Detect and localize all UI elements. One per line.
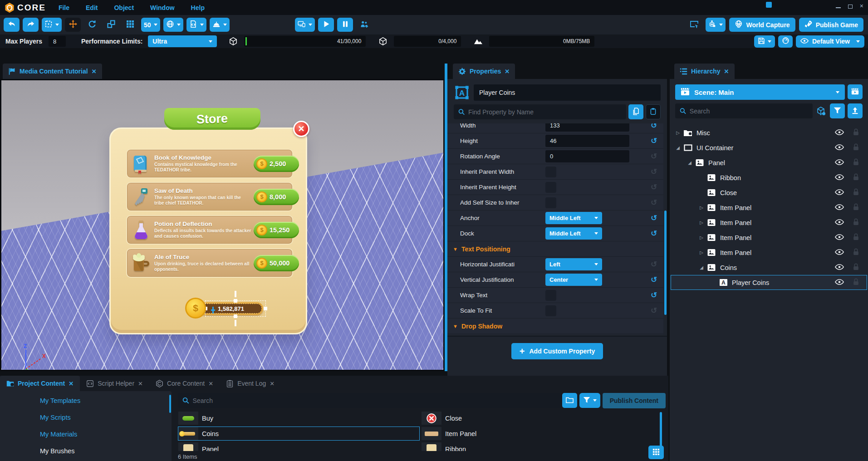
tab-hierarchy[interactable]: Hierarchy ✕ (674, 64, 735, 79)
hierarchy-node-item-panel[interactable]: ▷Item Panel (671, 200, 867, 215)
close-tab-icon[interactable]: ✕ (69, 380, 74, 387)
reset-property-icon[interactable]: ↻ (651, 198, 657, 207)
lock-icon[interactable] (853, 263, 860, 272)
lock-icon[interactable] (853, 233, 860, 242)
scene-manager-button[interactable] (848, 84, 863, 99)
grid-view-button[interactable] (648, 446, 664, 459)
visibility-eye-icon[interactable] (835, 279, 846, 286)
reset-property-icon[interactable]: ↻ (651, 152, 657, 161)
selection-handle[interactable] (234, 314, 237, 318)
world-capture-button[interactable]: World Capture (729, 18, 795, 32)
tab-script-helper[interactable]: Script Helper✕ (80, 376, 149, 391)
performance-limits-dropdown[interactable]: Ultra (148, 35, 217, 47)
properties-scrollbar[interactable] (664, 211, 667, 315)
section-header-drop-shadow[interactable]: ▼Drop Shadow (447, 319, 663, 334)
visibility-eye-icon[interactable] (835, 174, 846, 181)
visibility-eye-icon[interactable] (835, 234, 846, 241)
store-item-4[interactable]: Ale of TruceUpon drinking, truce is decl… (126, 248, 293, 278)
store-item-price-button[interactable]: $2,500 (254, 156, 299, 172)
scale-tool-button[interactable] (103, 18, 119, 32)
hierarchy-node-item-panel[interactable]: ▷Item Panel (671, 215, 867, 230)
group-select-cube-icon[interactable] (816, 107, 826, 116)
multiplayer-preview-button[interactable] (356, 18, 372, 32)
sidebar-item-my-scripts[interactable]: My Scripts (0, 408, 172, 425)
visibility-eye-icon[interactable] (835, 144, 846, 152)
world-settings-dropdown[interactable] (163, 18, 183, 32)
terrain-dropdown[interactable] (210, 18, 230, 32)
hierarchy-node-close[interactable]: Close (671, 185, 867, 200)
content-item-ribbon[interactable]: Ribbon (421, 442, 663, 451)
property-checkbox[interactable] (545, 290, 556, 301)
menu-item-object[interactable]: Object (114, 4, 134, 11)
selection-handle[interactable] (264, 307, 267, 310)
store-close-button[interactable]: ✕ (293, 121, 309, 137)
undo-button[interactable] (4, 18, 20, 32)
property-dropdown[interactable]: Center (545, 274, 602, 286)
reset-property-icon[interactable]: ↻ (651, 182, 657, 192)
visibility-eye-icon[interactable] (835, 219, 846, 226)
maximize-icon[interactable] (848, 5, 853, 9)
screen-share-button[interactable] (686, 18, 702, 32)
selection-handle[interactable] (235, 320, 236, 326)
hierarchy-node-ui-container[interactable]: ◢UI Container (671, 140, 867, 155)
content-item-close[interactable]: Close (421, 411, 663, 425)
property-value-field[interactable]: 46 (545, 135, 629, 147)
hierarchy-node-player-coins[interactable]: APlayer Coins (671, 275, 867, 290)
lock-icon[interactable] (853, 143, 860, 152)
close-tab-icon[interactable]: ✕ (208, 380, 213, 387)
selection-mode-dropdown[interactable] (42, 18, 62, 32)
sidebar-item-my-brushes[interactable]: My Brushes (0, 441, 172, 458)
reset-property-icon[interactable]: ↻ (651, 290, 657, 300)
store-item-3[interactable]: Potion of DeflectionDeflects all insults… (126, 215, 293, 245)
visibility-eye-icon[interactable] (835, 204, 846, 211)
expand-icon[interactable]: ▷ (698, 235, 705, 240)
content-item-coins[interactable]: Coins (178, 427, 420, 441)
hierarchy-node-coins[interactable]: ◢Coins (671, 260, 867, 275)
lock-icon[interactable] (853, 248, 860, 257)
scene-dropdown[interactable]: Scene: Main (675, 84, 845, 100)
store-dialog[interactable]: Store ✕ Book of KnowledgeContains mystic… (109, 128, 307, 334)
expand-icon[interactable]: ▷ (698, 220, 705, 225)
close-tab-icon[interactable]: ✕ (724, 68, 729, 75)
content-item-buy[interactable]: Buy (178, 411, 420, 425)
reset-property-icon[interactable]: ↻ (651, 260, 657, 269)
lock-icon[interactable] (853, 203, 860, 212)
menu-item-help[interactable]: Help (191, 4, 205, 11)
open-folder-button[interactable] (562, 393, 577, 408)
copy-properties-button[interactable] (628, 104, 643, 119)
reset-property-icon[interactable]: ↻ (651, 136, 657, 146)
lock-icon[interactable] (853, 278, 860, 287)
preview-device-dropdown[interactable] (295, 18, 315, 32)
reset-property-icon[interactable]: ↻ (651, 167, 657, 177)
script-dropdown[interactable] (186, 18, 206, 32)
property-dropdown[interactable]: Middle Left (545, 227, 602, 240)
tab-event-log[interactable]: Event Log✕ (220, 376, 281, 391)
tab-core-content[interactable]: Core Content✕ (149, 376, 220, 391)
max-players-input[interactable] (49, 36, 66, 47)
property-value-field[interactable]: 133 (545, 123, 629, 132)
lock-icon[interactable] (853, 218, 860, 227)
visibility-eye-icon[interactable] (835, 264, 846, 271)
store-item-price-button[interactable]: $8,000 (254, 189, 299, 205)
reset-property-icon[interactable]: ↻ (651, 229, 657, 238)
close-tab-icon[interactable]: ✕ (270, 380, 275, 387)
visibility-eye-icon[interactable] (835, 249, 846, 256)
hierarchy-node-misc[interactable]: ▷Misc (671, 125, 867, 140)
collapse-icon[interactable]: ◢ (698, 265, 705, 270)
player-coins-widget[interactable]: 1,582,871 $ (185, 298, 267, 319)
content-item-item-panel[interactable]: Item Panel (421, 427, 663, 441)
property-value-field[interactable]: 0 (545, 150, 629, 162)
hierarchy-search-input[interactable] (690, 108, 808, 115)
store-item-2[interactable]: Saw of DeathThe only known weapon that c… (126, 182, 293, 211)
reset-property-icon[interactable]: ↻ (651, 275, 657, 284)
grid-size-dropdown[interactable]: 50 (141, 18, 160, 32)
close-tab-icon[interactable]: ✕ (138, 380, 143, 387)
hierarchy-node-item-panel[interactable]: ▷Item Panel (671, 245, 867, 260)
property-checkbox[interactable] (545, 197, 556, 208)
lock-icon[interactable] (853, 173, 860, 182)
snap-grid-button[interactable] (122, 18, 138, 32)
lock-icon[interactable] (853, 158, 860, 167)
property-checkbox[interactable] (545, 167, 556, 177)
property-search[interactable] (454, 104, 626, 119)
menu-item-window[interactable]: Window (150, 4, 175, 11)
